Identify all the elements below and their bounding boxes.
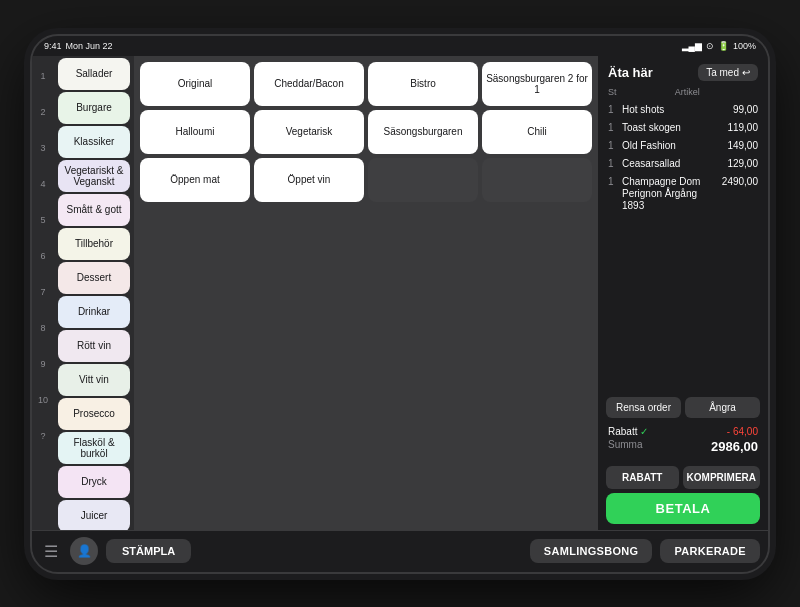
device-frame: 9:41 Mon Jun 22 ▂▄▆ ⊙ 🔋 100% 12345678910… <box>30 34 770 574</box>
category-item-10[interactable]: Vitt vin <box>58 364 130 396</box>
discount-check-icon: ✓ <box>640 426 648 437</box>
komprimer-btn[interactable]: KOMPRIMERA <box>683 466 760 489</box>
menu-icon[interactable]: ☰ <box>40 538 62 565</box>
clear-order-btn[interactable]: Rensa order <box>606 397 681 418</box>
wifi-icon: ⊙ <box>706 41 714 51</box>
order-item-qty-1: 1 <box>608 122 618 133</box>
product-btn-grid-row2-0[interactable]: Halloumi <box>140 110 250 154</box>
product-btn-grid-row1-0[interactable]: Original <box>140 62 250 106</box>
category-item-3[interactable]: Klassiker <box>58 126 130 158</box>
product-btn-empty-grid-row3-3 <box>482 158 592 202</box>
app-container: 12345678910? SalladerBurgareKlassikerVeg… <box>32 56 768 572</box>
category-item-1[interactable]: Sallader <box>58 58 130 90</box>
order-item-1[interactable]: 1 Toast skogen 119,00 <box>598 119 768 137</box>
category-item-9[interactable]: Rött vin <box>58 330 130 362</box>
payment-buttons: RABATT KOMPRIMERA <box>598 466 768 493</box>
status-bar: 9:41 Mon Jun 22 ▂▄▆ ⊙ 🔋 100% <box>32 36 768 56</box>
row-number-?: ? <box>32 418 54 454</box>
battery-percent: 100% <box>733 41 756 51</box>
category-item-5[interactable]: Smått & gott <box>58 194 130 226</box>
bottom-bar: ☰ 👤 STÄMPLA SAMLINGSBONG PARKERADE <box>32 530 768 572</box>
order-panel: Äta här Ta med ↩ St Artikel 1 Hot shots … <box>598 56 768 530</box>
order-item-0[interactable]: 1 Hot shots 99,00 <box>598 101 768 119</box>
row-numbers: 12345678910? <box>32 56 54 530</box>
category-item-4[interactable]: Vegetariskt & Veganskt <box>58 160 130 192</box>
order-item-name-3: Ceasarsallad <box>622 158 723 170</box>
order-type-btn[interactable]: Ta med ↩ <box>698 64 758 81</box>
category-sidebar: SalladerBurgareKlassikerVegetariskt & Ve… <box>54 56 134 530</box>
battery-icon: 🔋 <box>718 41 729 51</box>
product-btn-grid-row2-1[interactable]: Vegetarisk <box>254 110 364 154</box>
signal-icon: ▂▄▆ <box>682 41 702 51</box>
order-item-2[interactable]: 1 Old Fashion 149,00 <box>598 137 768 155</box>
product-btn-grid-row1-1[interactable]: Cheddar/Bacon <box>254 62 364 106</box>
product-btn-grid-row3-0[interactable]: Öppen mat <box>140 158 250 202</box>
order-item-qty-0: 1 <box>608 104 618 115</box>
col-artikel: Artikel <box>675 87 700 97</box>
discount-amount: - 64,00 <box>727 426 758 437</box>
category-item-6[interactable]: Tillbehör <box>58 228 130 260</box>
order-item-price-0: 99,00 <box>733 104 758 115</box>
order-item-name-0: Hot shots <box>622 104 729 116</box>
order-item-qty-3: 1 <box>608 158 618 169</box>
product-btn-grid-row1-2[interactable]: Bistro <box>368 62 478 106</box>
discount-label: Rabatt ✓ <box>608 426 648 437</box>
product-area: OriginalCheddar/BaconBistroSäsongsburgar… <box>134 56 598 530</box>
product-grid-row2: HalloumiVegetariskSäsongsburgarenChili <box>140 110 592 154</box>
col-st: St <box>608 87 617 97</box>
row-number-10: 10 <box>32 382 54 418</box>
order-item-price-2: 149,00 <box>727 140 758 151</box>
product-btn-grid-row2-2[interactable]: Säsongsburgaren <box>368 110 478 154</box>
total-amount: 2986,00 <box>711 439 758 454</box>
order-item-3[interactable]: 1 Ceasarsallad 129,00 <box>598 155 768 173</box>
order-item-qty-4: 1 <box>608 176 618 187</box>
avatar-icon: 👤 <box>77 544 92 558</box>
order-item-name-4: Champagne Dom Perignon Årgång 1893 <box>622 176 718 212</box>
avatar-btn[interactable]: 👤 <box>70 537 98 565</box>
samlingsbong-btn[interactable]: SAMLINGSBONG <box>530 539 653 563</box>
order-item-name-1: Toast skogen <box>622 122 723 134</box>
order-title: Äta här <box>608 65 653 80</box>
row-number-7: 7 <box>32 274 54 310</box>
pay-button[interactable]: BETALA <box>606 493 760 524</box>
product-btn-grid-row2-3[interactable]: Chili <box>482 110 592 154</box>
row-number-6: 6 <box>32 238 54 274</box>
order-type-label: Ta med <box>706 67 739 78</box>
undo-btn[interactable]: Ångra <box>685 397 760 418</box>
discount-text: Rabatt <box>608 426 637 437</box>
order-actions: Rensa order Ångra <box>598 391 768 422</box>
row-number-1: 1 <box>32 58 54 94</box>
total-label: Summa <box>608 439 642 454</box>
product-grid-row1: OriginalCheddar/BaconBistroSäsongsburgar… <box>140 62 592 106</box>
order-item-qty-2: 1 <box>608 140 618 151</box>
row-number-9: 9 <box>32 346 54 382</box>
total-row: Summa 2986,00 <box>608 439 758 454</box>
order-items-list: 1 Hot shots 99,00 1 Toast skogen 119,00 … <box>598 99 768 391</box>
category-item-14[interactable]: Juicer <box>58 500 130 530</box>
row-number-2: 2 <box>32 94 54 130</box>
order-item-4[interactable]: 1 Champagne Dom Perignon Årgång 1893 249… <box>598 173 768 215</box>
product-btn-grid-row3-1[interactable]: Öppet vin <box>254 158 364 202</box>
category-item-2[interactable]: Burgare <box>58 92 130 124</box>
category-item-7[interactable]: Dessert <box>58 262 130 294</box>
product-btn-empty-grid-row3-2 <box>368 158 478 202</box>
order-item-price-3: 129,00 <box>727 158 758 169</box>
parkerade-btn[interactable]: PARKERADE <box>660 539 760 563</box>
rabatt-btn[interactable]: RABATT <box>606 466 679 489</box>
row-number-5: 5 <box>32 202 54 238</box>
product-grid-row3: Öppen matÖppet vin <box>140 158 592 202</box>
order-item-price-4: 2490,00 <box>722 176 758 187</box>
order-totals: Rabatt ✓ - 64,00 Summa 2986,00 <box>598 422 768 466</box>
category-item-13[interactable]: Dryck <box>58 466 130 498</box>
row-number-4: 4 <box>32 166 54 202</box>
discount-row: Rabatt ✓ - 64,00 <box>608 426 758 437</box>
category-item-11[interactable]: Prosecco <box>58 398 130 430</box>
order-item-name-2: Old Fashion <box>622 140 723 152</box>
order-header: Äta här Ta med ↩ <box>598 56 768 85</box>
category-item-12[interactable]: Flasköl & burköl <box>58 432 130 464</box>
stamp-btn[interactable]: STÄMPLA <box>106 539 191 563</box>
main-area: 12345678910? SalladerBurgareKlassikerVeg… <box>32 56 768 530</box>
category-item-8[interactable]: Drinkar <box>58 296 130 328</box>
order-item-price-1: 119,00 <box>727 122 758 133</box>
product-btn-grid-row1-3[interactable]: Säsongsburgaren 2 for 1 <box>482 62 592 106</box>
